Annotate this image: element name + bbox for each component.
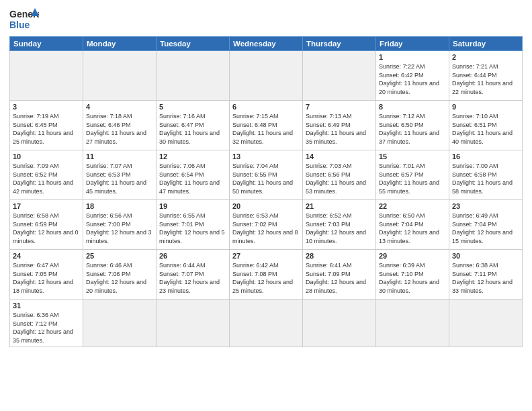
weekday-header-sunday: Sunday — [10, 37, 83, 51]
day-number: 21 — [306, 202, 373, 210]
calendar-cell: 19Sunrise: 6:55 AM Sunset: 7:01 PM Dayli… — [157, 200, 230, 250]
day-info: Sunrise: 7:19 AM Sunset: 6:45 PM Dayligh… — [13, 112, 80, 146]
calendar-cell: 26Sunrise: 6:44 AM Sunset: 7:07 PM Dayli… — [157, 250, 230, 300]
day-info: Sunrise: 7:04 AM Sunset: 6:55 PM Dayligh… — [232, 162, 300, 195]
day-info: Sunrise: 6:47 AM Sunset: 7:05 PM Dayligh… — [13, 261, 80, 295]
day-info: Sunrise: 6:38 AM Sunset: 7:11 PM Dayligh… — [452, 261, 519, 295]
day-number: 9 — [452, 103, 519, 111]
calendar-week-row: 3Sunrise: 7:19 AM Sunset: 6:45 PM Daylig… — [10, 101, 523, 150]
day-info: Sunrise: 7:12 AM Sunset: 6:50 PM Dayligh… — [379, 112, 446, 146]
calendar-cell: 3Sunrise: 7:19 AM Sunset: 6:45 PM Daylig… — [10, 101, 83, 150]
weekday-header-friday: Friday — [376, 37, 449, 51]
day-number: 1 — [379, 53, 446, 61]
calendar-cell: 28Sunrise: 6:41 AM Sunset: 7:09 PM Dayli… — [303, 250, 376, 300]
day-number: 16 — [452, 152, 519, 161]
calendar-cell — [230, 300, 303, 347]
day-number: 10 — [13, 152, 80, 161]
calendar-cell: 10Sunrise: 7:09 AM Sunset: 6:52 PM Dayli… — [10, 150, 83, 200]
day-number: 31 — [13, 302, 80, 310]
calendar-cell — [303, 300, 376, 347]
day-number: 26 — [159, 252, 226, 260]
calendar-week-row: 17Sunrise: 6:58 AM Sunset: 6:59 PM Dayli… — [10, 200, 523, 250]
day-info: Sunrise: 6:49 AM Sunset: 7:04 PM Dayligh… — [452, 212, 519, 245]
calendar-cell: 27Sunrise: 6:42 AM Sunset: 7:08 PM Dayli… — [230, 250, 303, 300]
day-info: Sunrise: 7:18 AM Sunset: 6:46 PM Dayligh… — [86, 112, 153, 146]
day-number: 3 — [13, 103, 80, 111]
calendar-week-row: 1Sunrise: 7:22 AM Sunset: 6:42 PM Daylig… — [10, 51, 523, 101]
calendar-cell — [157, 51, 230, 101]
calendar-cell: 29Sunrise: 6:39 AM Sunset: 7:10 PM Dayli… — [376, 250, 449, 300]
calendar-cell — [230, 51, 303, 101]
calendar-cell: 8Sunrise: 7:12 AM Sunset: 6:50 PM Daylig… — [376, 101, 449, 150]
day-info: Sunrise: 6:39 AM Sunset: 7:10 PM Dayligh… — [379, 261, 446, 295]
day-info: Sunrise: 7:10 AM Sunset: 6:51 PM Dayligh… — [452, 112, 519, 146]
generalblue-logo-svg: General Blue — [9, 7, 39, 31]
calendar-week-row: 31Sunrise: 6:36 AM Sunset: 7:12 PM Dayli… — [10, 300, 523, 347]
day-info: Sunrise: 7:22 AM Sunset: 6:42 PM Dayligh… — [379, 62, 446, 96]
day-number: 25 — [86, 252, 153, 260]
page: General Blue SundayMondayTuesdayWednesda… — [0, 0, 532, 411]
day-info: Sunrise: 6:42 AM Sunset: 7:08 PM Dayligh… — [232, 261, 300, 295]
calendar-cell: 24Sunrise: 6:47 AM Sunset: 7:05 PM Dayli… — [10, 250, 83, 300]
day-number: 30 — [452, 252, 519, 260]
day-info: Sunrise: 7:09 AM Sunset: 6:52 PM Dayligh… — [13, 162, 80, 195]
day-info: Sunrise: 6:53 AM Sunset: 7:02 PM Dayligh… — [232, 212, 300, 245]
calendar-cell — [449, 300, 523, 347]
calendar-cell: 18Sunrise: 6:56 AM Sunset: 7:00 PM Dayli… — [83, 200, 157, 250]
day-number: 24 — [13, 252, 80, 260]
calendar-cell: 21Sunrise: 6:52 AM Sunset: 7:03 PM Dayli… — [303, 200, 376, 250]
day-info: Sunrise: 7:21 AM Sunset: 6:44 PM Dayligh… — [452, 62, 519, 96]
day-number: 11 — [86, 152, 153, 161]
day-number: 27 — [232, 252, 300, 260]
weekday-header-thursday: Thursday — [303, 37, 376, 51]
calendar-cell — [376, 300, 449, 347]
calendar-cell: 16Sunrise: 7:00 AM Sunset: 6:58 PM Dayli… — [449, 150, 523, 200]
day-number: 7 — [306, 103, 373, 111]
calendar-cell: 6Sunrise: 7:15 AM Sunset: 6:48 PM Daylig… — [230, 101, 303, 150]
calendar-week-row: 10Sunrise: 7:09 AM Sunset: 6:52 PM Dayli… — [10, 150, 523, 200]
calendar-cell: 23Sunrise: 6:49 AM Sunset: 7:04 PM Dayli… — [449, 200, 523, 250]
calendar-week-row: 24Sunrise: 6:47 AM Sunset: 7:05 PM Dayli… — [10, 250, 523, 300]
calendar-cell: 20Sunrise: 6:53 AM Sunset: 7:02 PM Dayli… — [230, 200, 303, 250]
calendar-cell: 14Sunrise: 7:03 AM Sunset: 6:56 PM Dayli… — [303, 150, 376, 200]
day-info: Sunrise: 6:58 AM Sunset: 6:59 PM Dayligh… — [13, 212, 80, 245]
calendar-cell: 5Sunrise: 7:16 AM Sunset: 6:47 PM Daylig… — [157, 101, 230, 150]
calendar-cell: 9Sunrise: 7:10 AM Sunset: 6:51 PM Daylig… — [449, 101, 523, 150]
logo: General Blue — [9, 7, 39, 31]
day-number: 22 — [379, 202, 446, 210]
day-number: 14 — [306, 152, 373, 161]
day-number: 8 — [379, 103, 446, 111]
weekday-header-monday: Monday — [83, 37, 157, 51]
calendar-cell: 15Sunrise: 7:01 AM Sunset: 6:57 PM Dayli… — [376, 150, 449, 200]
calendar-cell — [83, 300, 157, 347]
calendar-table: SundayMondayTuesdayWednesdayThursdayFrid… — [9, 36, 523, 347]
day-number: 18 — [86, 202, 153, 210]
calendar-cell: 1Sunrise: 7:22 AM Sunset: 6:42 PM Daylig… — [376, 51, 449, 101]
day-info: Sunrise: 6:36 AM Sunset: 7:12 PM Dayligh… — [13, 311, 80, 345]
day-info: Sunrise: 7:06 AM Sunset: 6:54 PM Dayligh… — [159, 162, 226, 195]
day-number: 4 — [86, 103, 153, 111]
svg-text:Blue: Blue — [9, 19, 30, 30]
calendar-cell: 25Sunrise: 6:46 AM Sunset: 7:06 PM Dayli… — [83, 250, 157, 300]
calendar-cell — [303, 51, 376, 101]
day-number: 13 — [232, 152, 300, 161]
day-info: Sunrise: 7:16 AM Sunset: 6:47 PM Dayligh… — [159, 112, 226, 146]
weekday-header-saturday: Saturday — [449, 37, 523, 51]
calendar-cell: 4Sunrise: 7:18 AM Sunset: 6:46 PM Daylig… — [83, 101, 157, 150]
day-number: 20 — [232, 202, 300, 210]
day-info: Sunrise: 6:41 AM Sunset: 7:09 PM Dayligh… — [306, 261, 373, 295]
day-number: 6 — [232, 103, 300, 111]
day-number: 15 — [379, 152, 446, 161]
day-info: Sunrise: 7:15 AM Sunset: 6:48 PM Dayligh… — [232, 112, 300, 146]
calendar-cell: 17Sunrise: 6:58 AM Sunset: 6:59 PM Dayli… — [10, 200, 83, 250]
calendar-cell — [83, 51, 157, 101]
calendar-cell: 31Sunrise: 6:36 AM Sunset: 7:12 PM Dayli… — [10, 300, 83, 347]
day-number: 17 — [13, 202, 80, 210]
day-info: Sunrise: 6:44 AM Sunset: 7:07 PM Dayligh… — [159, 261, 226, 295]
day-number: 12 — [159, 152, 226, 161]
day-info: Sunrise: 6:52 AM Sunset: 7:03 PM Dayligh… — [306, 212, 373, 245]
calendar-cell: 30Sunrise: 6:38 AM Sunset: 7:11 PM Dayli… — [449, 250, 523, 300]
day-info: Sunrise: 7:03 AM Sunset: 6:56 PM Dayligh… — [306, 162, 373, 195]
calendar-cell: 22Sunrise: 6:50 AM Sunset: 7:04 PM Dayli… — [376, 200, 449, 250]
calendar-cell — [157, 300, 230, 347]
